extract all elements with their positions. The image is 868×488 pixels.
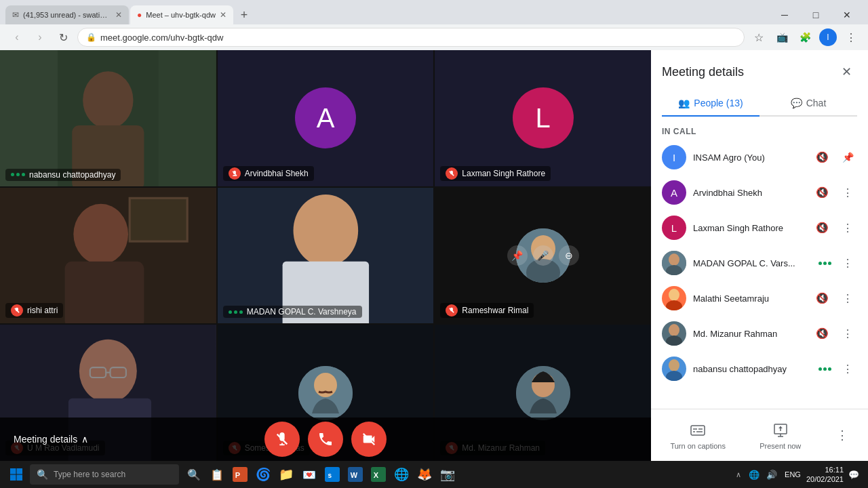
taskbar-notification[interactable]: 💬 — [846, 467, 861, 482]
video-grid: nabansu chattopadhyay A Arvindbhai Shekh… — [0, 50, 651, 461]
maximize-button[interactable]: □ — [800, 5, 831, 24]
video-cell-arvindbhai: A Arvindbhai Shekh — [218, 50, 434, 186]
svg-point-47 — [669, 359, 679, 371]
taskbar-task-view-icon[interactable]: 📋 — [206, 464, 228, 485]
address-bar[interactable]: 🔒 meet.google.com/uhv-bgtk-qdw — [77, 28, 745, 47]
madan-more-icon[interactable]: ⋮ — [838, 253, 857, 272]
tab2-close[interactable]: ✕ — [220, 10, 226, 20]
taskbar-file-icon[interactable]: 📁 — [275, 464, 297, 485]
tab2-title: Meet – uhv-bgtk-qdw — [146, 11, 216, 19]
nabansu-more-icon[interactable]: ⋮ — [838, 359, 857, 378]
insam-pin-icon[interactable]: 📌 — [838, 148, 857, 167]
taskbar-edge-icon[interactable]: 🌀 — [252, 464, 274, 485]
svg-point-14 — [293, 195, 358, 266]
taskbar-language[interactable]: ENG — [782, 470, 804, 479]
participant-item-arvindbhai: A Arvindbhai Shekh 🔇 ⋮ — [656, 175, 863, 210]
svg-text:P: P — [235, 471, 240, 479]
video-cell-nabansu: nabansu chattopadhyay — [0, 50, 216, 186]
svg-point-28 — [314, 373, 337, 397]
taskbar-cortana-icon[interactable]: 🔍 — [183, 464, 205, 485]
arvindbhai-sidebar-avatar: A — [662, 180, 686, 205]
taskbar-search[interactable]: 🔍 Type here to search — [30, 464, 179, 485]
malathi-more-icon[interactable]: ⋮ — [838, 289, 857, 308]
video-cell-rishi: rishi attri — [0, 188, 216, 324]
menu-button[interactable]: ⋮ — [842, 28, 860, 46]
svg-rect-2 — [159, 50, 216, 186]
more-options-button[interactable]: ⋮ — [830, 423, 854, 447]
participant-label-arvindbhai: Arvindbhai Shekh — [223, 166, 314, 181]
hangup-button[interactable] — [308, 422, 343, 457]
insam-mute-icon[interactable]: 🔇 — [812, 148, 831, 167]
in-call-section: IN CALL — [651, 117, 868, 140]
forward-button[interactable]: › — [31, 28, 49, 46]
in-call-label: IN CALL — [662, 127, 696, 136]
taskbar-ppt-icon[interactable]: P — [229, 464, 251, 485]
taskbar-app-icon[interactable]: 📷 — [437, 464, 458, 485]
taskbar-chevron[interactable]: ∧ — [733, 470, 744, 479]
mizanur-more-icon[interactable]: ⋮ — [838, 324, 857, 343]
malathi-mute-icon[interactable]: 🔇 — [812, 289, 831, 308]
taskbar-firefox-icon[interactable]: 🦊 — [414, 464, 435, 485]
chat-tab-label: Chat — [806, 98, 827, 108]
taskbar-chrome-icon[interactable]: 🌐 — [391, 464, 412, 485]
arvindbhai-mute-icon[interactable]: 🔇 — [812, 183, 831, 202]
arvindbhai-avatar: A — [295, 87, 356, 148]
mizanur-sidebar-avatar — [662, 321, 686, 346]
tab1-favicon: ✉ — [12, 10, 19, 20]
cast-button[interactable]: 📺 — [773, 28, 791, 46]
captions-label: Turn on captions — [670, 442, 726, 450]
taskbar-word-icon[interactable]: W — [344, 464, 366, 485]
profile-button[interactable]: I — [819, 28, 837, 46]
mizanur-mute-icon[interactable]: 🔇 — [812, 324, 831, 343]
participant-list: I INSAM Agro (You) 🔇 📌 A Arvindbhai Shek… — [651, 140, 868, 409]
camera-button[interactable] — [351, 422, 387, 457]
rameshwar-pin-icon[interactable]: 📌 — [507, 245, 528, 266]
mizanur-sidebar-name: Md. Mizanur Rahman — [693, 329, 806, 339]
rameshwar-more-icon[interactable]: ⊖ — [559, 245, 579, 266]
arvindbhai-more-icon[interactable]: ⋮ — [838, 183, 857, 202]
laxman-avatar: L — [513, 87, 574, 148]
malathi-sidebar-name: Malathi Seetamraju — [693, 293, 806, 304]
tab-chat[interactable]: 💬 Chat — [760, 91, 857, 115]
taskbar-excel-icon[interactable]: X — [368, 464, 389, 485]
svg-rect-49 — [691, 426, 705, 435]
laxman-more-icon[interactable]: ⋮ — [838, 218, 857, 237]
browser-chrome: ✉ (41,953 unread) - swati_imd@ya... ✕ ● … — [0, 0, 868, 50]
taskbar-search-text: Type here to search — [54, 470, 125, 479]
tab-people[interactable]: 👥 People (13) — [662, 91, 760, 117]
participant-label-rameshwar: Rameshwar Rimal — [440, 303, 534, 318]
minimize-button[interactable]: ─ — [769, 5, 800, 24]
back-button[interactable]: ‹ — [8, 28, 26, 46]
svg-point-41 — [669, 289, 679, 301]
mute-button[interactable] — [264, 422, 300, 457]
chat-icon: 💬 — [791, 98, 802, 108]
new-tab-button[interactable]: + — [235, 5, 254, 24]
taskbar-volume-icon[interactable]: 🔊 — [764, 467, 779, 482]
sidebar: Meeting details ✕ 👥 People (13) 💬 Chat I… — [651, 50, 868, 461]
taskbar-outlook-icon[interactable]: 💌 — [298, 464, 320, 485]
browser-tab-2[interactable]: ● Meet – uhv-bgtk-qdw ✕ — [130, 5, 233, 24]
captions-button[interactable]: Turn on captions — [665, 415, 731, 455]
start-button[interactable] — [4, 462, 28, 487]
taskbar-datetime[interactable]: 16:11 20/02/2021 — [806, 465, 844, 485]
svg-rect-1 — [0, 50, 58, 186]
malathi-sidebar-avatar — [662, 286, 686, 310]
madan-sidebar-name: MADAN GOPAL C. Vars... — [693, 258, 812, 268]
close-button[interactable]: ✕ — [831, 5, 863, 24]
laxman-mute-icon[interactable]: 🔇 — [812, 218, 831, 237]
bookmark-button[interactable]: ☆ — [750, 28, 768, 46]
arvindbhai-sidebar-name: Arvindbhai Shekh — [693, 188, 806, 198]
nabansu-sidebar-name: nabansu chattopadhyay — [693, 364, 812, 374]
video-cell-laxman: L Laxman Singh Rathore — [435, 50, 651, 186]
meeting-details-toggle[interactable]: Meeting details ∧ — [14, 434, 88, 445]
taskbar-store-icon[interactable]: s — [321, 464, 343, 485]
browser-tab-1[interactable]: ✉ (41,953 unread) - swati_imd@ya... ✕ — [5, 5, 129, 24]
present-button[interactable]: Present now — [753, 415, 808, 455]
extensions-button[interactable]: 🧩 — [796, 28, 814, 46]
taskbar-network-icon[interactable]: 🌐 — [747, 467, 762, 482]
sidebar-close-button[interactable]: ✕ — [835, 61, 857, 83]
tab1-title: (41,953 unread) - swati_imd@ya... — [23, 11, 111, 19]
refresh-button[interactable]: ↻ — [54, 28, 72, 46]
participant-label-laxman: Laxman Singh Rathore — [440, 166, 551, 181]
tab1-close[interactable]: ✕ — [115, 10, 122, 20]
